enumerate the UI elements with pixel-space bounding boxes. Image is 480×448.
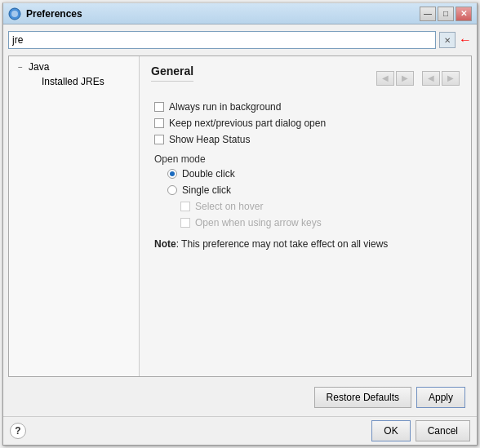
- section-title: General: [151, 64, 193, 82]
- ok-button[interactable]: OK: [371, 420, 410, 441]
- preferences-window: Preferences — □ ✕ ✕ ← − Java Inst: [2, 2, 478, 446]
- note-row: Note: This preference may not take effec…: [151, 238, 460, 250]
- label-keep-next: Keep next/previous part dialog open: [169, 118, 326, 129]
- right-general-panel: General ◀ ▶ ◀ ▶ Always run in background: [140, 56, 471, 376]
- label-always-run: Always run in background: [169, 101, 281, 113]
- tree-item-installed-jres[interactable]: Installed JREs: [9, 74, 139, 89]
- footer-row: ? OK Cancel: [3, 416, 477, 445]
- footer-right-buttons: OK Cancel: [371, 420, 470, 441]
- bottom-action-buttons: Restore Defaults Apply: [8, 382, 472, 411]
- checkbox-select-hover[interactable]: [180, 202, 190, 211]
- content-area: ✕ ← − Java Installed JREs General: [3, 24, 477, 416]
- nav-back-button[interactable]: ◀: [376, 71, 394, 86]
- checkbox-open-arrow[interactable]: [180, 218, 190, 228]
- option-keep-next[interactable]: Keep next/previous part dialog open: [151, 118, 460, 129]
- option-always-run[interactable]: Always run in background: [151, 101, 460, 113]
- tree-item-java[interactable]: − Java: [9, 60, 139, 74]
- red-arrow-indicator: ←: [459, 33, 472, 47]
- close-button[interactable]: ✕: [456, 7, 472, 21]
- checkbox-always-run[interactable]: [154, 102, 164, 112]
- search-clear-button[interactable]: ✕: [439, 32, 456, 48]
- window-icon: [8, 7, 21, 20]
- section-header: General ◀ ▶ ◀ ▶: [151, 64, 460, 91]
- label-double-click: Double click: [182, 168, 235, 180]
- option-open-arrow-keys: Open when using arrow keys: [151, 217, 460, 228]
- label-single-click: Single click: [182, 184, 231, 196]
- option-double-click[interactable]: Double click: [151, 168, 460, 180]
- help-button[interactable]: ?: [10, 423, 26, 439]
- note-content: : This preference may not take effect on…: [176, 238, 389, 250]
- left-tree-panel: − Java Installed JREs: [9, 56, 140, 376]
- checkbox-show-heap[interactable]: [154, 135, 164, 144]
- radio-single-click[interactable]: [167, 185, 177, 195]
- minimize-button[interactable]: —: [420, 7, 436, 21]
- svg-point-1: [11, 11, 18, 17]
- window-title: Preferences: [26, 8, 420, 20]
- expand-icon-java: −: [16, 63, 25, 72]
- restore-defaults-button[interactable]: Restore Defaults: [314, 387, 411, 408]
- tree-label-installed-jres: Installed JREs: [42, 76, 104, 87]
- option-select-on-hover: Select on hover: [151, 201, 460, 212]
- apply-button[interactable]: Apply: [416, 387, 465, 408]
- tree-label-java: Java: [29, 61, 49, 73]
- open-mode-label: Open mode: [151, 153, 460, 165]
- nav-forward2-button[interactable]: ▶: [442, 71, 460, 86]
- label-show-heap: Show Heap Status: [169, 134, 250, 145]
- maximize-button[interactable]: □: [438, 7, 454, 21]
- window-controls: — □ ✕: [420, 7, 472, 21]
- label-open-arrow: Open when using arrow keys: [195, 217, 322, 228]
- option-single-click[interactable]: Single click: [151, 184, 460, 196]
- search-row: ✕ ←: [8, 29, 472, 51]
- cancel-button[interactable]: Cancel: [416, 420, 470, 441]
- main-panel: − Java Installed JREs General ◀ ▶ ◀: [8, 55, 472, 377]
- label-select-hover: Select on hover: [195, 201, 263, 212]
- title-bar: Preferences — □ ✕: [3, 3, 477, 24]
- nav-forward-button[interactable]: ▶: [396, 71, 414, 86]
- option-show-heap[interactable]: Show Heap Status: [151, 134, 460, 145]
- nav-back2-button[interactable]: ◀: [422, 71, 440, 86]
- radio-double-click[interactable]: [167, 169, 177, 179]
- search-input[interactable]: [8, 31, 436, 49]
- note-label: Note: [154, 238, 176, 250]
- checkbox-keep-next[interactable]: [154, 118, 164, 128]
